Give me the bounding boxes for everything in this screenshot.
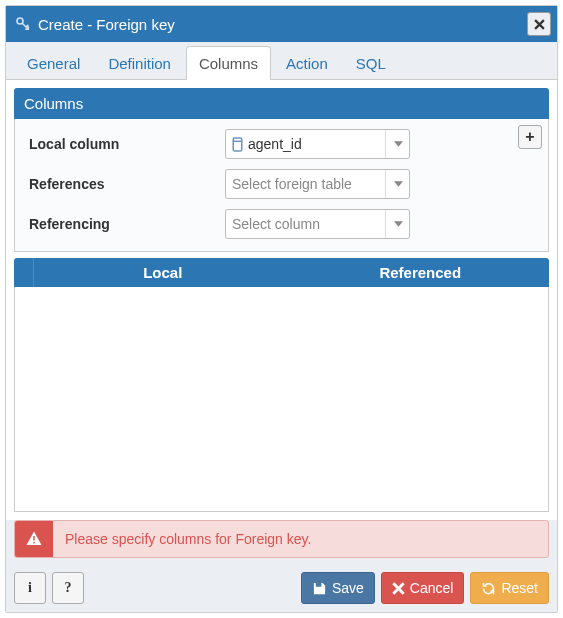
tab-columns[interactable]: Columns xyxy=(186,46,271,80)
add-column-button[interactable]: + xyxy=(518,125,542,149)
row-referencing: Referencing Select column xyxy=(25,209,538,239)
dialog-footer: i ? Save Cancel Reset xyxy=(6,564,557,612)
help-button[interactable]: ? xyxy=(52,572,84,604)
cancel-icon xyxy=(392,582,405,595)
error-alert: Please specify columns for Foreign key. xyxy=(14,520,549,558)
table-handle-col xyxy=(14,258,34,287)
dialog-window: Create - Foreign key General Definition … xyxy=(5,5,558,613)
col-header-local: Local xyxy=(34,258,292,287)
tabbar: General Definition Columns Action SQL xyxy=(6,42,557,80)
tab-action[interactable]: Action xyxy=(273,46,341,80)
svg-rect-4 xyxy=(33,542,35,544)
label-references: References xyxy=(25,176,225,192)
select-local-column-value: agent_id xyxy=(248,136,381,152)
select-references[interactable]: Select foreign table xyxy=(225,169,410,199)
row-local-column: Local column agent_id xyxy=(25,129,538,159)
svg-rect-3 xyxy=(33,536,35,541)
tab-sql[interactable]: SQL xyxy=(343,46,399,80)
svg-point-0 xyxy=(17,18,23,24)
row-references: References Select foreign table xyxy=(25,169,538,199)
info-button[interactable]: i xyxy=(14,572,46,604)
warning-icon xyxy=(15,521,53,557)
select-referencing-placeholder: Select column xyxy=(232,216,381,232)
save-icon xyxy=(312,581,327,596)
column-icon xyxy=(232,137,243,152)
label-local-column: Local column xyxy=(25,136,225,152)
section-body: + Local column agent_id References Selec… xyxy=(14,119,549,252)
chevron-down-icon xyxy=(385,210,403,238)
tab-definition[interactable]: Definition xyxy=(95,46,184,80)
content-area: Columns + Local column agent_id Referenc… xyxy=(6,80,557,520)
foreign-key-icon xyxy=(14,15,32,33)
tab-general[interactable]: General xyxy=(14,46,93,80)
cancel-label: Cancel xyxy=(410,580,454,596)
columns-table-body xyxy=(14,287,549,512)
select-references-placeholder: Select foreign table xyxy=(232,176,381,192)
close-button[interactable] xyxy=(527,12,551,36)
error-message: Please specify columns for Foreign key. xyxy=(53,521,323,557)
col-header-referenced: Referenced xyxy=(292,258,550,287)
columns-table-header: Local Referenced xyxy=(14,258,549,287)
select-local-column[interactable]: agent_id xyxy=(225,129,410,159)
chevron-down-icon xyxy=(385,170,403,198)
save-label: Save xyxy=(332,580,364,596)
cancel-button[interactable]: Cancel xyxy=(381,572,465,604)
select-referencing[interactable]: Select column xyxy=(225,209,410,239)
save-button[interactable]: Save xyxy=(301,572,375,604)
reset-icon xyxy=(481,581,496,596)
dialog-title: Create - Foreign key xyxy=(38,16,527,33)
reset-label: Reset xyxy=(501,580,538,596)
titlebar: Create - Foreign key xyxy=(6,6,557,42)
chevron-down-icon xyxy=(385,130,403,158)
label-referencing: Referencing xyxy=(25,216,225,232)
reset-button[interactable]: Reset xyxy=(470,572,549,604)
section-header: Columns xyxy=(14,88,549,119)
svg-rect-1 xyxy=(233,138,242,151)
